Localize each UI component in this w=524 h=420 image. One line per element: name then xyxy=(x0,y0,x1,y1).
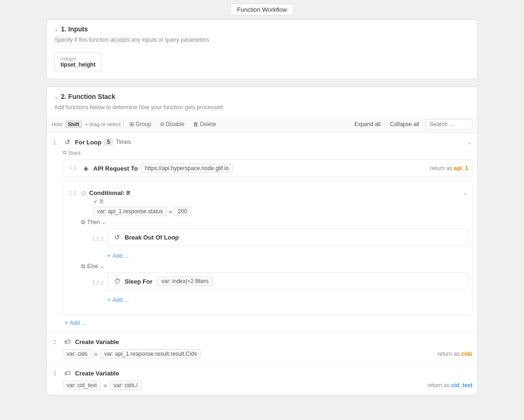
var-3-icon: 🏷 xyxy=(63,368,72,378)
loop-icon: ↺ xyxy=(63,137,72,147)
delete-button[interactable]: 🗑 Delete xyxy=(190,120,219,128)
item-1-2-1-number: 1.2.1 xyxy=(89,236,107,241)
sleep-params: var: index|+2 filters xyxy=(157,277,213,286)
cv-cidtext-row: 🏷 Create Variable xyxy=(63,368,472,378)
loop-add-plus: + xyxy=(65,320,68,326)
item-1-content: ↺ For Loop 5 Times ⌄ ⧉ Stack 1. xyxy=(61,133,477,332)
sub-item-1-1: 1.1 ◈ API Request To https://api.hypersp… xyxy=(63,159,472,177)
delete-icon: 🗑 xyxy=(193,121,199,128)
inputs-header: ⌄ 1. Inputs xyxy=(47,20,477,37)
then-label: Then xyxy=(87,219,100,225)
cv-cidtext-return-val: cid_text xyxy=(451,382,472,389)
inputs-title: 1. Inputs xyxy=(61,25,88,33)
stack-icon: ⧉ xyxy=(63,150,67,156)
api-title: API Request To xyxy=(93,165,138,172)
cv-cids-return: return as cids xyxy=(437,351,472,357)
input-varname: tipset_height xyxy=(60,61,96,68)
else-chevron: ⌄ xyxy=(100,263,104,270)
input-type: integer xyxy=(60,56,96,61)
workflow-body: 1 ↺ For Loop 5 Times ⌄ ⧉ Stack xyxy=(47,133,477,395)
cv-cidtext-expr: var: cid_text = var: cids./ return as ci… xyxy=(63,381,472,390)
cv-cidtext-eq: = xyxy=(104,382,107,389)
active-tab[interactable]: Function Workflow xyxy=(230,4,294,15)
hold-label: Hold xyxy=(52,121,62,127)
cv-cidtext-title: Create Variable xyxy=(75,370,119,377)
cond-left-tag: var: api_1.response.status xyxy=(93,207,167,216)
cv-cidtext-right: var: cids./ xyxy=(110,381,141,390)
times-label: Times xyxy=(116,139,131,145)
api-url: https://api.hyperspace.node.glif.io xyxy=(141,164,233,173)
toolbar-separator-1 xyxy=(123,120,124,128)
sleep-item: ⏱ Sleep For var: index|+2 filters xyxy=(107,272,468,290)
sub-item-1-1-number: 1.1 xyxy=(63,160,80,175)
input-parameter: integer tipset_height xyxy=(54,52,102,71)
cond-right-tag: 200 xyxy=(174,207,191,216)
cv-cids-title: Create Variable xyxy=(75,338,119,345)
else-add-label: Add ... xyxy=(112,297,129,303)
drag-text: + drag or select xyxy=(85,121,120,127)
api-icon: ◈ xyxy=(81,164,90,173)
cv-cids-return-val: cids xyxy=(461,351,472,357)
else-add-button[interactable]: + Add ... xyxy=(107,296,468,304)
inputs-section: ⌄ 1. Inputs Specify if this function acc… xyxy=(46,19,478,79)
cv-cids-row: 🏷 Create Variable xyxy=(63,337,472,346)
item-1-2-2-number: 1.2.2 xyxy=(89,280,107,285)
function-stack-toolbar: Hold Shift + drag or select ⊞ Group ⊘ Di… xyxy=(47,116,477,133)
then-icon: ⧉ xyxy=(81,219,85,225)
else-label: Else xyxy=(87,263,98,270)
sleep-icon: ⏱ xyxy=(112,277,122,286)
then-add-button[interactable]: + Add ... xyxy=(107,252,468,260)
loop-add-button[interactable]: + Add ... xyxy=(65,319,472,327)
sub-items: 1.1 ◈ API Request To https://api.hypersp… xyxy=(63,159,472,315)
item-2-content: 🏷 Create Variable var: cids = var: api_1… xyxy=(61,332,477,363)
group-label: Group xyxy=(135,121,151,128)
function-stack-header: ⌄ 2. Function Stack xyxy=(47,87,477,104)
then-add-label: Add ... xyxy=(112,253,129,259)
group-icon: ⊞ xyxy=(129,121,134,128)
condition-row: var: api_1.response.status = 200 xyxy=(93,207,468,216)
item-2-number: 2 xyxy=(47,332,61,352)
else-row[interactable]: ⧉ Else ⌄ xyxy=(81,263,468,270)
sub-item-1-1-content: ◈ API Request To https://api.hyperspace.… xyxy=(80,160,472,177)
workflow-item-3: 3 🏷 Create Variable var: cid_text = var:… xyxy=(47,364,477,395)
conditional-header: ◇ Conditional: If ⌄ xyxy=(81,189,468,196)
if-label: ✓ If: xyxy=(93,198,468,205)
conditional-chevron[interactable]: ⌄ xyxy=(463,189,468,196)
check-icon: ✓ xyxy=(93,198,98,205)
item-3-number: 3 xyxy=(47,364,61,383)
function-stack-subtitle: Add functions below to determine how you… xyxy=(47,104,477,116)
break-icon: ↺ xyxy=(112,232,122,242)
disable-icon: ⊘ xyxy=(160,121,165,128)
group-button[interactable]: ⊞ Group xyxy=(127,120,154,128)
collapse-inputs-icon[interactable]: ⌄ xyxy=(54,27,58,32)
cv-cidtext-left: var: cid_text xyxy=(63,381,101,390)
collapse-all-button[interactable]: Collapse all xyxy=(387,120,422,128)
stack-text: Stack xyxy=(68,150,81,156)
for-loop-header: ↺ For Loop 5 Times ⌄ xyxy=(63,137,472,147)
inputs-subtitle: Specify if this function accepts any inp… xyxy=(47,37,477,49)
conditional-title: Conditional: If xyxy=(89,189,130,196)
then-add-plus: + xyxy=(107,253,111,259)
search-input[interactable] xyxy=(426,119,472,129)
cv-cids-right: var: api_1.response.result.result.Cids xyxy=(100,349,201,359)
disable-button[interactable]: ⊘ Disable xyxy=(157,120,187,128)
diamond-icon: ◇ xyxy=(81,189,86,196)
expand-all-button[interactable]: Expand all xyxy=(352,120,383,128)
then-chevron: ⌄ xyxy=(102,219,106,225)
cv-cids-left: var: cids xyxy=(63,349,91,359)
else-icon: ⧉ xyxy=(81,263,85,270)
loop-add-label: Add ... xyxy=(70,320,86,326)
cv-cids-expr: var: cids = var: api_1.response.result.r… xyxy=(63,349,472,359)
sleep-title: Sleep For xyxy=(125,278,152,285)
api-return-label: return as api_1 xyxy=(430,165,468,172)
cond-equals: = xyxy=(169,208,172,215)
collapse-stack-icon[interactable]: ⌄ xyxy=(54,94,58,99)
else-nested-items: 1.2.2 ⏱ Sleep For var: index|+2 filters xyxy=(89,272,468,304)
var-2-icon: 🏷 xyxy=(63,337,72,346)
workflow-item-1: 1 ↺ For Loop 5 Times ⌄ ⧉ Stack xyxy=(47,133,477,332)
for-loop-chevron[interactable]: ⌄ xyxy=(467,138,472,146)
then-row[interactable]: ⧉ Then ⌄ xyxy=(81,219,468,225)
workflow-item-2: 2 🏷 Create Variable var: cids = var: api… xyxy=(47,332,477,364)
item-1-number: 1 xyxy=(47,133,61,152)
sub-item-1-2-number: 1.2 xyxy=(63,185,80,200)
